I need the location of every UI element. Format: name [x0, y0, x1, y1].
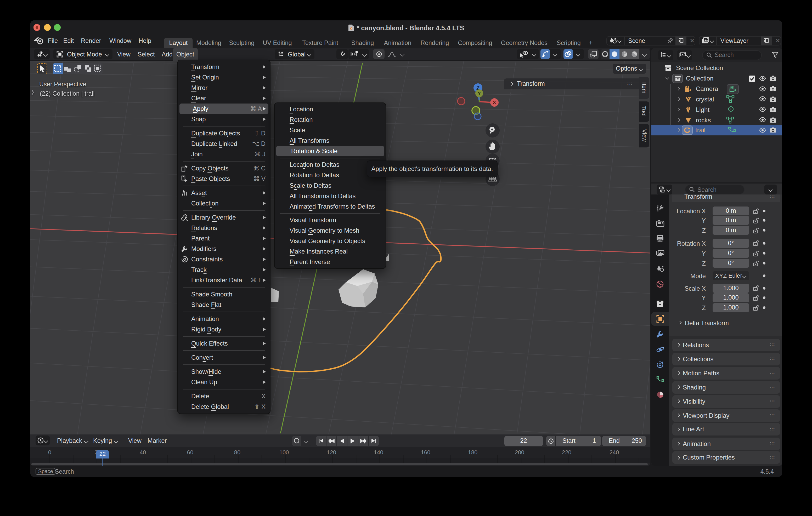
- svg-text:X: X: [493, 99, 496, 105]
- svg-text:Y: Y: [478, 90, 481, 96]
